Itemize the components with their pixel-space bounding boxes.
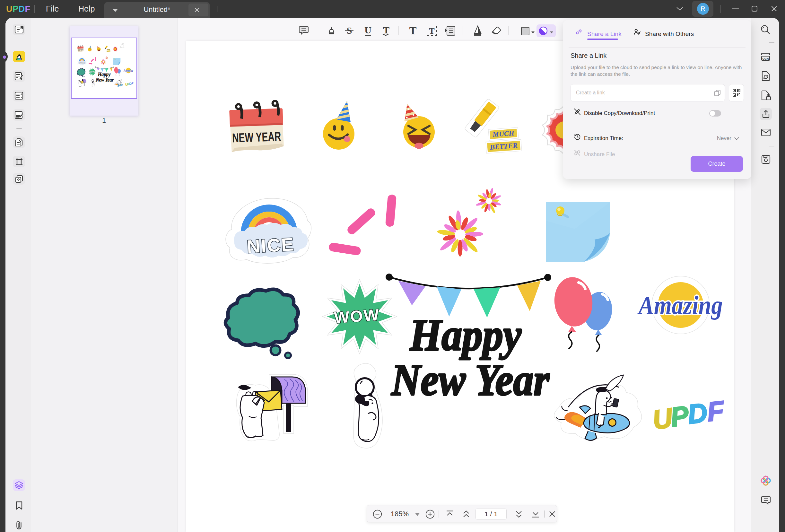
- svg-text:T: T: [409, 25, 417, 36]
- svg-text:T: T: [429, 26, 434, 36]
- svg-text:U: U: [364, 25, 372, 35]
- svg-text:T: T: [383, 25, 389, 35]
- svg-text:OCR: OCR: [762, 57, 769, 60]
